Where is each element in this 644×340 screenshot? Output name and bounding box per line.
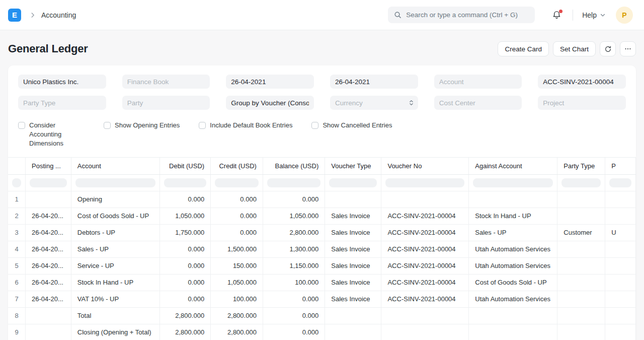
column-header-account[interactable]: Account [71, 158, 159, 174]
cell-credit[interactable]: 0.000 [211, 208, 263, 224]
cell-against-account[interactable]: Utah Automation Services [469, 291, 557, 307]
cell-posting-date[interactable]: 26-04-20... [26, 274, 71, 291]
column-filter-input-account[interactable] [71, 174, 159, 191]
project-filter[interactable] [538, 96, 626, 110]
cell-debit[interactable]: 0.000 [159, 274, 210, 291]
cell-posting-date[interactable] [26, 307, 71, 324]
cell-party[interactable] [605, 324, 636, 340]
cell-credit[interactable]: 2,800.000 [211, 324, 263, 340]
cell-party-type[interactable]: Customer [557, 224, 605, 241]
cell-voucher-type[interactable]: Sales Invoice [325, 224, 381, 241]
cell-voucher-no[interactable]: ACC-SINV-2021-00004 [381, 224, 469, 241]
cell-party-type[interactable] [557, 274, 605, 291]
party-filter[interactable] [122, 96, 210, 110]
cell-account[interactable]: Total [71, 307, 159, 324]
column-header-party-type[interactable]: Party Type [557, 158, 605, 174]
cell-voucher-no[interactable] [381, 307, 469, 324]
global-search-input[interactable]: Search or type a command (Ctrl + G) [388, 7, 535, 23]
cell-balance[interactable]: 0.000 [263, 324, 325, 340]
cell-debit[interactable]: 0.000 [159, 191, 210, 208]
cell-voucher-no[interactable] [381, 191, 469, 208]
cell-credit[interactable]: 0.000 [211, 224, 263, 241]
cell-against-account[interactable] [469, 307, 557, 324]
filter-pill[interactable] [164, 178, 206, 187]
filter-pill[interactable] [12, 178, 21, 187]
cell-party[interactable] [605, 307, 636, 324]
cell-credit[interactable]: 150.000 [211, 257, 263, 274]
column-header-voucher-type[interactable]: Voucher Type [325, 158, 381, 174]
column-header-balance[interactable]: Balance (USD) [263, 158, 325, 174]
cell-balance[interactable]: 100.000 [263, 274, 325, 291]
cell-voucher-no[interactable]: ACC-SINV-2021-00004 [381, 208, 469, 224]
cell-posting-date[interactable]: 26-04-20... [26, 241, 71, 257]
currency-filter[interactable] [330, 96, 418, 110]
cell-posting-date[interactable]: 26-04-20... [26, 291, 71, 307]
cell-party[interactable] [605, 241, 636, 257]
cell-party-type[interactable] [557, 291, 605, 307]
cell-voucher-type[interactable]: Sales Invoice [325, 257, 381, 274]
column-header-credit[interactable]: Credit (USD) [211, 158, 263, 174]
checkbox-include-default-book-entries[interactable]: Include Default Book Entries [199, 120, 292, 130]
cell-against-account[interactable]: Utah Automation Services [469, 241, 557, 257]
filter-pill[interactable] [385, 178, 464, 187]
filter-pill[interactable] [609, 178, 631, 187]
cell-voucher-type[interactable]: Sales Invoice [325, 291, 381, 307]
checkbox-icon[interactable] [311, 122, 318, 129]
erpnext-logo-icon[interactable]: E [8, 9, 21, 22]
finance-book-filter[interactable] [122, 75, 210, 89]
column-filter-input-voucher-type[interactable] [325, 174, 381, 191]
cell-balance[interactable]: 2,800.000 [263, 224, 325, 241]
cell-debit[interactable]: 1,750.000 [159, 224, 210, 241]
cell-account[interactable]: VAT 10% - UP [71, 291, 159, 307]
cell-credit[interactable]: 1,050.000 [211, 274, 263, 291]
cell-against-account[interactable]: Utah Automation Services [469, 257, 557, 274]
user-avatar[interactable]: P [616, 7, 633, 24]
cell-voucher-no[interactable] [381, 324, 469, 340]
to-date-filter[interactable] [330, 75, 418, 89]
checkbox-icon[interactable] [199, 122, 206, 129]
column-filter-input-balance[interactable] [263, 174, 325, 191]
cell-account[interactable]: Opening [71, 191, 159, 208]
column-header-posting-date[interactable]: Posting ... [26, 158, 71, 174]
cell-voucher-no[interactable]: ACC-SINV-2021-00004 [381, 257, 469, 274]
column-header-against-account[interactable]: Against Account [469, 158, 557, 174]
cell-voucher-type[interactable]: Sales Invoice [325, 274, 381, 291]
cell-against-account[interactable] [469, 324, 557, 340]
cell-party-type[interactable] [557, 307, 605, 324]
checkbox-icon[interactable] [18, 122, 25, 129]
voucher-no-filter[interactable] [538, 75, 626, 89]
from-date-filter[interactable] [226, 75, 314, 89]
notifications-bell-icon[interactable] [552, 10, 561, 20]
cell-posting-date[interactable]: 26-04-20... [26, 224, 71, 241]
help-menu[interactable]: Help [582, 11, 606, 19]
cell-account[interactable]: Sales - UP [71, 241, 159, 257]
cell-account[interactable]: Service - UP [71, 257, 159, 274]
column-filter-input-party-type[interactable] [557, 174, 605, 191]
column-filter-input-credit[interactable] [211, 174, 263, 191]
cell-party-type[interactable] [557, 241, 605, 257]
cell-credit[interactable]: 1,500.000 [211, 241, 263, 257]
cell-debit[interactable]: 0.000 [159, 241, 210, 257]
cell-voucher-type[interactable] [325, 307, 381, 324]
cell-voucher-type[interactable] [325, 324, 381, 340]
currency-select[interactable] [330, 96, 418, 110]
cell-account[interactable]: Stock In Hand - UP [71, 274, 159, 291]
cell-party-type[interactable] [557, 257, 605, 274]
cell-against-account[interactable]: Sales - UP [469, 224, 557, 241]
cell-posting-date[interactable] [26, 324, 71, 340]
column-filter-input-voucher-no[interactable] [381, 174, 469, 191]
create-card-button[interactable]: Create Card [498, 41, 549, 56]
column-filter-input-posting-date[interactable] [26, 174, 71, 191]
cell-account[interactable]: Cost of Goods Sold - UP [71, 208, 159, 224]
cell-balance[interactable]: 1,300.000 [263, 241, 325, 257]
cell-voucher-no[interactable]: ACC-SINV-2021-00004 [381, 241, 469, 257]
filter-pill[interactable] [75, 178, 155, 187]
company-filter[interactable] [18, 75, 106, 89]
cell-voucher-type[interactable]: Sales Invoice [325, 241, 381, 257]
cell-party-type[interactable] [557, 191, 605, 208]
cell-debit[interactable]: 2,800.000 [159, 324, 210, 340]
column-header-voucher-no[interactable]: Voucher No [381, 158, 469, 174]
cell-debit[interactable]: 1,050.000 [159, 208, 210, 224]
cell-party-type[interactable] [557, 208, 605, 224]
group-by-filter[interactable] [226, 96, 314, 110]
